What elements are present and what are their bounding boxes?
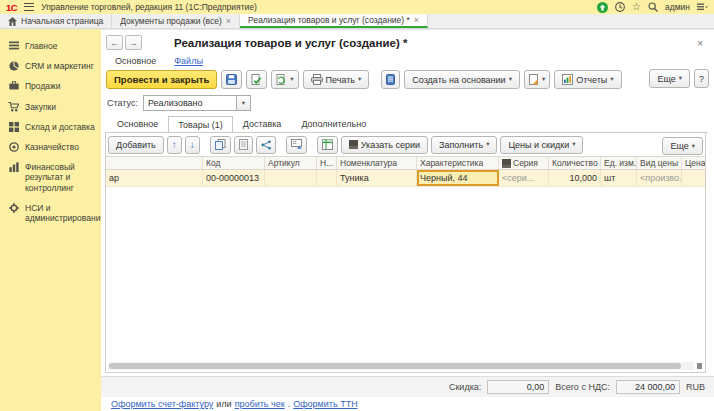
scrollbar-thumb[interactable] [109,363,681,369]
search-icon[interactable] [648,2,658,12]
tab-home-label: Начальная страница [21,16,103,26]
main-menu-icon[interactable] [24,3,34,11]
cell-nomenclature[interactable]: Туника [337,170,417,186]
cell-code[interactable]: 00-00000013 [203,170,265,186]
post-and-close-button[interactable]: Провести и закрыть [106,70,217,89]
status-input[interactable]: Реализовано [143,95,237,111]
move-down-button[interactable]: ↓ [185,136,200,154]
sidebar-item-crm[interactable]: CRM и маркетинг [0,56,101,76]
sidebar-item-label: Казначейство [25,142,79,152]
column-header-n[interactable]: Н... [317,157,337,169]
pick-goods-button[interactable] [286,136,307,154]
cell-series[interactable]: <сери... [499,170,549,186]
tab-home[interactable]: Начальная страница [0,14,112,28]
pie-chart-icon [8,61,19,71]
column-header-type[interactable] [106,157,203,169]
fill-button[interactable]: Заполнить ▾ [431,136,497,154]
footer-links: Оформить счет-фактуру или пробить чек . … [111,399,358,409]
attached-files-button[interactable] [381,70,400,89]
cell-n[interactable] [317,170,337,186]
back-button[interactable]: ← [106,35,123,50]
prices-discounts-button[interactable]: Цены и скидки ▾ [500,136,583,154]
receipt-link[interactable]: пробить чек [235,399,285,409]
paste-icon [239,139,248,150]
close-icon[interactable]: × [414,16,419,25]
scrollbar-corner[interactable] [697,363,702,369]
more-button[interactable]: Еще ▾ [649,69,690,88]
favorites-icon[interactable]: ☆ [632,2,641,12]
column-header-characteristic[interactable]: Характеристика [417,157,499,169]
column-header-quantity[interactable]: Количество [549,157,601,169]
horizontal-scrollbar[interactable] [108,362,694,370]
reports-button[interactable]: Отчеты ▾ [554,70,621,89]
create-based-on-button[interactable]: Создать на основании ▾ [404,70,520,89]
close-form-icon[interactable]: × [697,39,703,49]
sidebar-item-main[interactable]: Главное [0,36,101,56]
forward-button[interactable]: → [125,35,142,50]
settings-menu-icon[interactable] [697,3,708,11]
invoice-link[interactable]: Оформить счет-фактуру [111,399,213,409]
tab-realization-label: Реализация товаров и услуг (создание) * [248,15,410,25]
sidebar-item-sales[interactable]: Продажи [0,76,101,96]
sidebar-item-treasury[interactable]: Казначейство [0,137,101,157]
close-icon[interactable]: × [226,17,231,26]
send-menu-button[interactable]: ▾ [271,70,298,89]
current-user[interactable]: админ [665,2,690,12]
sidebar-item-purchases[interactable]: Закупки [0,97,101,117]
help-button[interactable]: ? [694,69,709,88]
specify-series-button[interactable]: Указать серии [341,136,428,154]
share-button[interactable] [256,136,276,154]
column-header-code[interactable]: Код [203,157,265,169]
copy-rows-button[interactable] [210,136,231,154]
column-header-price[interactable]: Цена [682,157,705,169]
document-menu-button[interactable]: ▾ [524,70,550,89]
tab-main[interactable]: Основное [107,116,168,132]
tab-delivery[interactable]: Доставка [233,116,292,132]
send-icon [276,74,287,85]
print-button[interactable]: Печать ▾ [303,70,370,89]
column-header-series[interactable]: Серия [499,157,549,169]
copy-icon [215,139,226,150]
sidebar-item-label: НСИ и администрирование [25,203,105,223]
notifications-icon[interactable] [597,2,608,13]
sidebar-item-warehouse[interactable]: Склад и доставка [0,117,101,137]
column-header-price-type[interactable]: Вид цены [637,157,682,169]
post-icon [251,74,262,85]
nav-link-main[interactable]: Основное [115,56,156,66]
history-icon[interactable] [615,2,625,12]
column-header-nomenclature[interactable]: Номенклатура [337,157,417,169]
paste-rows-button[interactable] [234,136,253,154]
tab-sales-documents[interactable]: Документы продажи (все) × [112,14,240,28]
cell-unit[interactable]: шт [601,170,637,186]
load-table-button[interactable] [317,136,338,154]
column-header-unit[interactable]: Ед. изм. [601,157,637,169]
column-header-article[interactable]: Артикул [265,157,317,169]
tab-extra[interactable]: Дополнительно [291,116,376,132]
save-button[interactable] [221,70,242,89]
table-more-button[interactable]: Еще ▾ [662,137,703,155]
add-row-button[interactable]: Добавить [108,136,164,154]
cell-type[interactable]: ар [106,170,203,186]
table-row[interactable]: ар 00-00000013 Туника Черный, 44 <сери..… [106,170,705,187]
tab-sales-documents-label: Документы продажи (все) [120,16,222,26]
cell-price[interactable] [682,170,705,186]
nav-link-files[interactable]: Файлы [174,56,203,66]
tab-goods[interactable]: Товары (1) [168,116,232,133]
ttn-link[interactable]: Оформить ТТН [293,399,357,409]
sidebar-item-finance[interactable]: Финансовый результат и контроллинг [0,157,101,198]
total-field[interactable]: 24 000,00 [616,380,680,394]
cell-quantity[interactable]: 10,000 [549,170,601,186]
move-up-button[interactable]: ↑ [167,136,182,154]
print-icon [311,74,323,85]
post-button[interactable] [246,70,267,89]
dot-text: . [288,399,291,409]
cell-article[interactable] [265,170,317,186]
status-dropdown-button[interactable]: ▾ [237,95,251,111]
cell-price-type[interactable]: <произво... [637,170,682,186]
cell-characteristic-selected[interactable]: Черный, 44 [417,170,499,186]
status-row: Статус: Реализовано ▾ [107,95,251,111]
up-icon: ↑ [172,140,177,150]
discount-field[interactable]: 0,00 [487,380,549,394]
tab-realization[interactable]: Реализация товаров и услуг (создание) * … [240,14,428,28]
sidebar-item-admin[interactable]: НСИ и администрирование [0,198,101,228]
